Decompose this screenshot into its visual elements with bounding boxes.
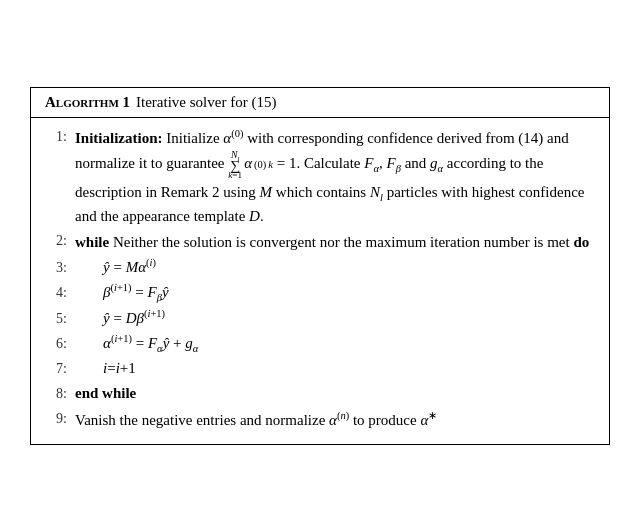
step-4: 4: β(i+1) = Fβŷ xyxy=(45,281,595,304)
step-3-text: ŷ xyxy=(103,259,110,275)
line-num-9: 9: xyxy=(45,408,67,430)
step-9: 9: Vanish the negative entries and norma… xyxy=(45,408,595,432)
line-num-8: 8: xyxy=(45,383,67,405)
step-6-text: α xyxy=(103,335,111,351)
step-5: 5: ŷ = Dβ(i+1) xyxy=(45,307,595,330)
step-7: 7: i=i+1 xyxy=(45,357,595,380)
step-3-eq: = Mα(i) xyxy=(110,259,156,275)
line-num-2: 2: xyxy=(45,230,67,252)
algorithm-box: Algorithm 1 Iterative solver for (15) 1:… xyxy=(30,87,610,444)
step-6-eq: = Fαŷ + gα xyxy=(132,335,198,351)
algorithm-title: Iterative solver for (15) xyxy=(136,94,276,111)
line-num-4: 4: xyxy=(45,282,67,304)
step-3: 3: ŷ = Mα(i) xyxy=(45,256,595,279)
algorithm-label: Algorithm 1 xyxy=(45,94,130,111)
step-2-text: Neither the solution is convergent nor t… xyxy=(113,234,589,250)
step-3-content: ŷ = Mα(i) xyxy=(75,256,595,279)
step-7-content: i=i+1 xyxy=(75,357,595,380)
line-num-3: 3: xyxy=(45,257,67,279)
step-7-eq: =i+1 xyxy=(107,360,136,376)
step-6: 6: α(i+1) = Fαŷ + gα xyxy=(45,332,595,355)
keyword-end-while: end while xyxy=(75,385,136,401)
step-5-eq: = Dβ(i+1) xyxy=(110,310,165,326)
step-8-content: end while xyxy=(75,382,595,405)
step-9-content: Vanish the negative entries and normaliz… xyxy=(75,408,595,432)
algorithm-body: 1: Initialization: Initialize α(0) with … xyxy=(31,118,609,443)
line-num-5: 5: xyxy=(45,308,67,330)
step-1: 1: Initialization: Initialize α(0) with … xyxy=(45,126,595,228)
step-5-text: ŷ xyxy=(103,310,110,326)
step-6-content: α(i+1) = Fαŷ + gα xyxy=(75,332,595,355)
algorithm-header: Algorithm 1 Iterative solver for (15) xyxy=(31,88,609,118)
step-2: 2: while Neither the solution is converg… xyxy=(45,230,595,254)
step-8: 8: end while xyxy=(45,382,595,405)
line-num-7: 7: xyxy=(45,358,67,380)
step-4-content: β(i+1) = Fβŷ xyxy=(75,281,595,304)
keyword-while: while xyxy=(75,234,109,250)
keyword-initialization: Initialization: xyxy=(75,130,163,146)
line-num-6: 6: xyxy=(45,333,67,355)
step-9-text: Vanish the negative entries and normaliz… xyxy=(75,412,437,428)
step-2-content: while Neither the solution is convergent… xyxy=(75,230,595,254)
step-5-content: ŷ = Dβ(i+1) xyxy=(75,307,595,330)
line-num-1: 1: xyxy=(45,126,67,148)
step-4-eq: = Fβŷ xyxy=(132,284,169,300)
step-1-content: Initialization: Initialize α(0) with cor… xyxy=(75,126,595,228)
keyword-do: do xyxy=(573,234,589,250)
